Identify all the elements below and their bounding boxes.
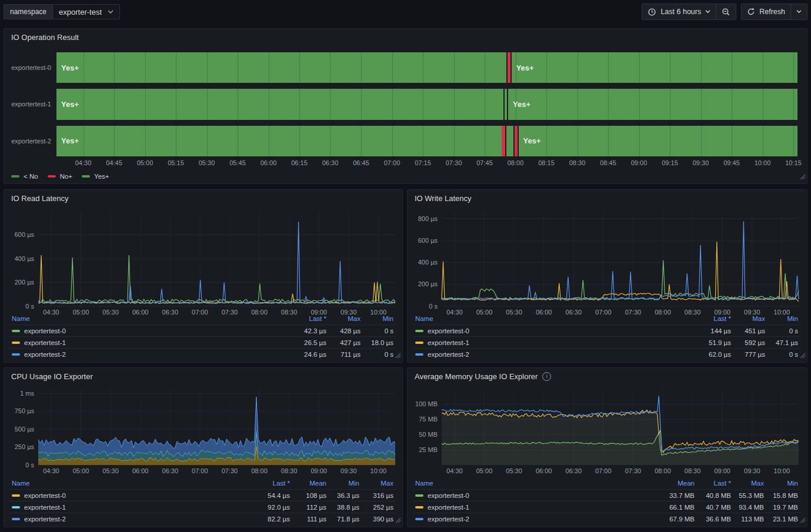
legend-value: 33.7 MB	[651, 492, 695, 499]
legend-row[interactable]: exportertest-1 51.9 µs 592 µs 47.1 µs	[412, 336, 801, 348]
legend-row[interactable]: exportertest-2 67.9 MB 36.6 MB 113 MB 23…	[412, 513, 801, 524]
legend-header[interactable]: Name	[415, 480, 651, 487]
timeline-segment[interactable]: Yes+	[519, 126, 797, 156]
legend-header[interactable]: Min	[326, 480, 359, 487]
series-name: exportertest-1	[24, 504, 66, 511]
panel-resize-handle[interactable]	[800, 515, 806, 526]
timeline-segment[interactable]	[502, 126, 505, 156]
legend-value: 23.1 MB	[764, 516, 798, 523]
legend-header[interactable]: Name	[415, 315, 684, 322]
panel-resize-handle[interactable]	[800, 172, 806, 182]
panel-title[interactable]: IO Read Latency	[11, 194, 69, 203]
legend-value: 427 µs	[326, 339, 361, 346]
legend-row[interactable]: exportertest-0 144 µs 451 µs 0 s	[412, 324, 801, 336]
legend-header[interactable]: Max	[326, 315, 361, 322]
legend-header[interactable]: Last *	[684, 315, 731, 322]
legend-value: 112 µs	[290, 504, 326, 511]
timeline-track[interactable]: Yes+Yes+	[56, 89, 797, 119]
legend-header[interactable]: Max	[731, 480, 764, 487]
gridline	[392, 126, 393, 156]
svg-text:05:00: 05:00	[476, 467, 493, 474]
time-axis-label: 06:15	[291, 159, 308, 166]
gridline	[238, 89, 238, 119]
legend-header[interactable]: Mean	[290, 480, 326, 487]
gridline	[701, 89, 702, 119]
legend-item[interactable]: No+	[48, 173, 72, 180]
legend-table: Name Last * Max Min exportertest-0 42.3 …	[9, 313, 396, 360]
segment-state-label: Yes+	[61, 63, 79, 72]
svg-text:200 µs: 200 µs	[15, 279, 35, 286]
namespace-select[interactable]: exporter-test	[52, 4, 120, 19]
panel-resize-handle[interactable]	[395, 515, 401, 526]
timeline-segment[interactable]	[505, 89, 507, 119]
segment-state-label: Yes+	[516, 63, 534, 72]
series-swatch	[415, 518, 423, 520]
legend-item[interactable]: < No	[11, 173, 38, 180]
time-axis-label: 09:30	[693, 159, 709, 166]
panel-title[interactable]: Average Memory Usage IO Explorer i	[415, 372, 551, 381]
legend-row[interactable]: exportertest-2 24.6 µs 711 µs 0 s	[9, 348, 396, 360]
legend-header[interactable]: Max	[359, 480, 393, 487]
timeline-track[interactable]: Yes+Yes+	[56, 126, 797, 156]
svg-text:500 µs: 500 µs	[15, 426, 35, 433]
time-range-label: Last 6 hours	[660, 8, 701, 16]
legend-table: Name Last * Mean Min Max exportertest-0 …	[9, 477, 396, 524]
series-name: exportertest-1	[428, 339, 469, 346]
info-icon[interactable]: i	[542, 372, 551, 381]
legend-row[interactable]: exportertest-2 62.0 µs 777 µs 0 s	[412, 348, 801, 360]
cpu-usage-chart[interactable]: 0 s250 µs500 µs750 µs1 ms04:3005:0005:30…	[9, 386, 399, 476]
legend-header[interactable]: Last *	[279, 315, 326, 322]
timeline-segment[interactable]: Yes+	[56, 52, 506, 83]
legend-header[interactable]: Min	[361, 315, 393, 322]
timeline-track[interactable]: Yes+Yes+	[56, 52, 797, 83]
legend-header[interactable]: Mean	[651, 480, 695, 487]
legend-header[interactable]: Name	[12, 315, 279, 322]
timeline-segment[interactable]	[508, 52, 510, 83]
write-latency-chart[interactable]: 0 s200 µs400 µs600 µs800 µs04:3005:0005:…	[412, 208, 802, 317]
legend-header[interactable]: Min	[765, 315, 798, 322]
time-axis-label: 07:30	[446, 159, 462, 166]
panel-resize-handle[interactable]	[800, 350, 806, 361]
panel-title[interactable]: CPU Usage IO Exporter	[11, 372, 93, 381]
legend-value: 54.4 µs	[246, 492, 290, 499]
legend-header[interactable]: Max	[731, 315, 765, 322]
legend-row[interactable]: exportertest-0 33.7 MB 40.8 MB 55.3 MB 1…	[412, 489, 801, 501]
legend-header[interactable]: Last *	[246, 480, 290, 487]
chevron-down-icon	[705, 10, 710, 14]
timeline-segment[interactable]: Yes+	[56, 126, 502, 156]
timeline-segment[interactable]: Yes+	[56, 89, 503, 119]
gridline	[516, 52, 516, 83]
legend-header[interactable]: Last *	[695, 480, 731, 487]
legend-header-row: Name Mean Last * Max Min	[412, 477, 801, 489]
legend-row[interactable]: exportertest-2 82.2 µs 111 µs 71.8 µs 39…	[9, 513, 396, 524]
zoom-out-button[interactable]	[716, 4, 736, 19]
panel-title[interactable]: IO Write Latency	[415, 194, 472, 203]
memory-usage-chart[interactable]: 25 MB50 MB75 MB100 MB04:3005:0005:3006:0…	[412, 386, 802, 476]
gridline	[485, 52, 485, 83]
panel-resize-handle[interactable]	[395, 350, 401, 361]
legend-value: 40.8 MB	[695, 492, 731, 499]
legend-header[interactable]: Name	[12, 480, 246, 487]
gridline	[485, 89, 485, 119]
gridline	[546, 89, 547, 119]
namespace-variable: namespace exporter-test	[4, 4, 120, 19]
refresh-interval-button[interactable]	[791, 4, 807, 19]
refresh-button[interactable]: Refresh	[742, 4, 791, 19]
legend-row[interactable]: exportertest-1 92.0 µs 112 µs 38.8 µs 25…	[9, 501, 396, 513]
legend-row[interactable]: exportertest-0 42.3 µs 428 µs 0 s	[9, 324, 396, 336]
legend-item[interactable]: Yes+	[82, 173, 109, 180]
gridline	[423, 52, 423, 83]
timeline-segment[interactable]	[506, 126, 514, 156]
read-latency-chart[interactable]: 0 s200 µs400 µs600 µs04:3005:0005:3006:0…	[9, 208, 399, 317]
panel-title[interactable]: IO Operation Result	[11, 33, 79, 42]
legend-row[interactable]: exportertest-1 26.5 µs 427 µs 18.0 µs	[9, 336, 396, 348]
legend-row[interactable]: exportertest-0 54.4 µs 108 µs 36.3 µs 31…	[9, 489, 396, 501]
gridline	[238, 52, 238, 83]
series-name: exportertest-1	[428, 504, 469, 511]
legend-row[interactable]: exportertest-1 66.1 MB 40.7 MB 93.4 MB 1…	[412, 501, 801, 513]
gridline	[578, 52, 578, 83]
legend-header[interactable]: Min	[764, 480, 798, 487]
timeline-segment[interactable]: Yes+	[512, 52, 797, 83]
time-range-button[interactable]: Last 6 hours	[642, 4, 716, 19]
timeline-segment[interactable]: Yes+	[508, 89, 797, 119]
